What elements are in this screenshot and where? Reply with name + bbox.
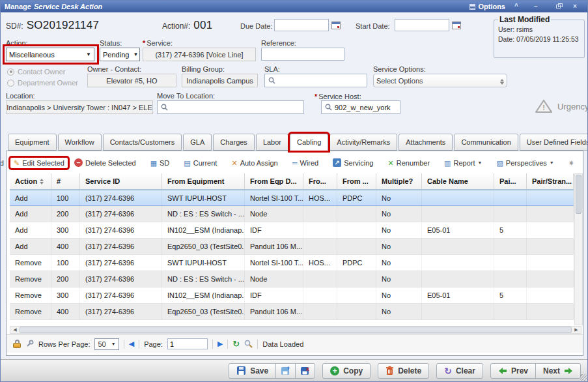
column-header-from[interactable]: From ... xyxy=(337,173,376,189)
window-title: ManageService Desk Action xyxy=(5,3,102,10)
options-button[interactable]: Options xyxy=(469,3,505,10)
servicing-button[interactable]: ↗Servicing xyxy=(329,157,376,168)
copy-button[interactable]: + Copy xyxy=(322,363,371,379)
due-date-calendar-icon[interactable] xyxy=(330,20,342,31)
column-header-multiple[interactable]: Multiple? xyxy=(376,173,422,189)
tab-equipment[interactable]: Equipment xyxy=(8,134,57,151)
move-to-location-search-input[interactable] xyxy=(157,100,304,114)
tab-attachments[interactable]: Attachments xyxy=(399,134,453,151)
table-row-2[interactable]: Add200(317) 274-6396ND : ES : ES Switch … xyxy=(10,206,574,222)
column-header-action[interactable]: Action xyxy=(10,173,51,189)
delete-selected-button[interactable]: –Delete Selected xyxy=(71,157,139,168)
report-button[interactable]: ▥Report▼ xyxy=(441,158,485,168)
status-label: Status: xyxy=(100,39,122,47)
cell-fro xyxy=(303,271,337,287)
vertical-scrollbar-thumb[interactable] xyxy=(576,175,581,214)
service-host-input[interactable]: 902_w_new_york xyxy=(321,100,400,114)
cell-from-eqp-d: IDF xyxy=(245,222,303,238)
close-button[interactable]: × xyxy=(573,1,583,12)
contact-owner-radio[interactable]: Contact Owner xyxy=(7,68,65,76)
delete-button[interactable]: Delete xyxy=(378,363,429,379)
scroll-left-arrow-icon[interactable]: ◀ xyxy=(10,327,20,332)
contact-owner-label: Contact Owner xyxy=(18,68,65,76)
save-new-button[interactable]: + xyxy=(275,363,296,379)
save-close-button[interactable]: x xyxy=(295,363,315,379)
tab-activity-remarks[interactable]: Activity/Remarks xyxy=(329,134,397,151)
sla-search-input[interactable] xyxy=(264,74,367,87)
cell-from: PDPC xyxy=(337,190,376,205)
tab-charges[interactable]: Charges xyxy=(213,134,255,151)
wrench-icon[interactable] xyxy=(25,340,34,348)
table-row-3[interactable]: Add300(317) 274-6396IN102__ESM (Indianap… xyxy=(10,222,574,239)
lock-icon[interactable] xyxy=(13,340,21,348)
page-input[interactable] xyxy=(167,338,208,349)
column-header-from-eqp-d[interactable]: From Eqp D... xyxy=(245,173,303,189)
table-row-6[interactable]: Remove200(317) 274-6396ND : ES : ES Swit… xyxy=(10,271,574,287)
cell-service-id: (317) 274-6396 xyxy=(80,239,162,254)
minimize-button[interactable]: – xyxy=(534,1,544,12)
next-page-button[interactable]: ▶ xyxy=(217,340,223,348)
tab-gla[interactable]: GLA xyxy=(183,134,212,151)
radio-icon xyxy=(7,80,14,87)
tab-labor[interactable]: Labor xyxy=(256,134,288,151)
column-header-pair-stran[interactable]: Pair/Stran... xyxy=(527,173,574,189)
column-header-from-equipment[interactable]: From Equipment xyxy=(162,173,245,189)
wired-button[interactable]: ═Wired xyxy=(289,158,322,168)
start-date-input[interactable] xyxy=(395,19,449,31)
column-header-item[interactable]: # xyxy=(51,173,80,189)
vertical-scrollbar[interactable] xyxy=(574,173,583,325)
cell-action: Remove xyxy=(10,255,51,271)
service-label: *Service: xyxy=(143,39,173,47)
tab-communication[interactable]: Communication xyxy=(454,134,518,151)
department-owner-radio[interactable]: Department Owner xyxy=(7,79,78,87)
rows-per-page-value: 50 xyxy=(98,340,105,348)
restore-button[interactable] xyxy=(553,1,564,12)
grid-settings-button[interactable]: ✷ xyxy=(565,158,578,168)
column-header-label: Pai... xyxy=(499,173,516,189)
tab-contacts-customers[interactable]: Contacts/Customers xyxy=(103,134,182,151)
status-select[interactable]: Pending▼ xyxy=(100,48,140,61)
column-header-pai[interactable]: Pai... xyxy=(494,173,527,189)
action-select[interactable]: Miscellaneous▼ xyxy=(6,48,94,61)
tab-workflow[interactable]: Workflow xyxy=(58,134,102,151)
next-button[interactable]: Next xyxy=(535,363,581,379)
edit-selected-button[interactable]: ✎Edit Selected xyxy=(10,158,68,168)
collapse-button[interactable]: ^ xyxy=(514,1,525,12)
table-row-1[interactable]: Add100(317) 274-6396SWT IUPUI-HOSTNortel… xyxy=(10,190,574,206)
save-button[interactable]: Save xyxy=(229,363,276,379)
refresh-icon[interactable]: ↻ xyxy=(232,339,240,349)
column-header-cable-name[interactable]: Cable Name xyxy=(422,173,494,189)
sd-button[interactable]: ▦SD xyxy=(147,158,173,168)
cell-action: Add xyxy=(10,239,51,254)
cell-item: 100 xyxy=(51,255,80,271)
tab-user-defined-fields[interactable]: User Defined Fields xyxy=(520,134,588,151)
table-row-8[interactable]: Remove400(317) 274-6396Eqp2650_03 (TestS… xyxy=(10,304,574,320)
table-row-7[interactable]: Remove300(317) 274-6396IN102__ESM (India… xyxy=(10,287,574,304)
column-header-service-id[interactable]: Service ID xyxy=(80,173,162,189)
service-options-select[interactable]: Select Options xyxy=(373,74,507,87)
prev-page-button[interactable]: ◀ xyxy=(129,340,134,348)
clear-button[interactable]: ↻ Clear xyxy=(436,363,483,379)
perspectives-button[interactable]: ▧Perspectives▼ xyxy=(493,158,557,168)
start-date-calendar-icon[interactable] xyxy=(451,20,462,31)
rows-per-page-select[interactable]: 50▼ xyxy=(94,338,119,350)
prev-button[interactable]: Prev xyxy=(490,363,536,379)
horizontal-scrollbar[interactable]: ◀ ▶ xyxy=(10,326,581,334)
scroll-right-arrow-icon[interactable]: ▶ xyxy=(572,327,581,332)
auto-assign-button[interactable]: ✕Auto Assign xyxy=(228,158,281,168)
reference-input[interactable] xyxy=(261,48,344,61)
renumber-button[interactable]: ✕Renumber xyxy=(385,158,434,168)
table-row-5[interactable]: Remove100(317) 274-6396SWT IUPUI-HOSTNor… xyxy=(10,255,574,271)
resize-grip[interactable] xyxy=(580,374,587,381)
table-row-4[interactable]: Add400(317) 274-6396Eqp2650_03 (TestSite… xyxy=(10,239,574,255)
prev-next-group: Prev Next xyxy=(490,363,581,379)
horizontal-scrollbar-thumb[interactable] xyxy=(20,327,572,333)
due-date-input[interactable] xyxy=(274,19,329,31)
add-button[interactable]: +Add xyxy=(0,157,7,168)
search-icon[interactable] xyxy=(244,340,253,348)
urgency-indicator[interactable]: ! Urgency xyxy=(535,98,588,114)
updown-arrows-icon xyxy=(496,77,504,85)
current-button[interactable]: ▤Current xyxy=(180,158,220,168)
column-header-fro[interactable]: Fro... xyxy=(303,173,337,189)
tab-cabling[interactable]: Cabling xyxy=(290,134,328,151)
